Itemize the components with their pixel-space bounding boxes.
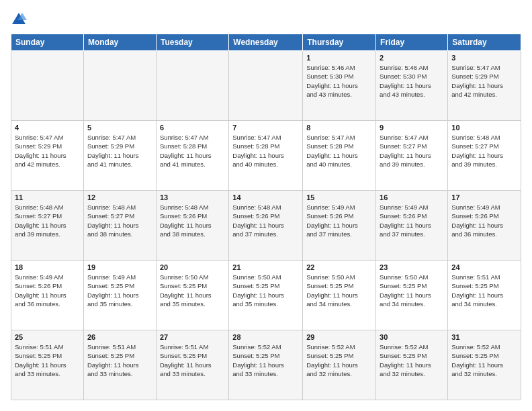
day-detail: Sunrise: 5:47 AM Sunset: 5:29 PM Dayligh… (87, 134, 139, 168)
week-row-5: 25Sunrise: 5:51 AM Sunset: 5:25 PM Dayli… (11, 330, 521, 400)
day-cell-25: 25Sunrise: 5:51 AM Sunset: 5:25 PM Dayli… (11, 330, 84, 400)
day-number: 19 (87, 263, 152, 271)
day-detail: Sunrise: 5:48 AM Sunset: 5:27 PM Dayligh… (87, 203, 139, 238)
day-detail: Sunrise: 5:51 AM Sunset: 5:25 PM Dayligh… (87, 343, 139, 377)
day-cell-6: 6Sunrise: 5:47 AM Sunset: 5:28 PM Daylig… (156, 121, 228, 191)
day-cell-26: 26Sunrise: 5:51 AM Sunset: 5:25 PM Dayli… (83, 330, 156, 400)
day-cell-11: 11Sunrise: 5:48 AM Sunset: 5:27 PM Dayli… (11, 191, 84, 261)
day-number: 12 (87, 193, 152, 201)
day-cell-13: 13Sunrise: 5:48 AM Sunset: 5:26 PM Dayli… (156, 191, 228, 261)
calendar-table: SundayMondayTuesdayWednesdayThursdayFrid… (11, 34, 521, 400)
day-detail: Sunrise: 5:47 AM Sunset: 5:29 PM Dayligh… (451, 64, 503, 98)
day-cell-24: 24Sunrise: 5:51 AM Sunset: 5:25 PM Dayli… (448, 261, 521, 330)
day-number: 22 (306, 263, 372, 271)
empty-cell (83, 51, 156, 121)
day-number: 23 (380, 263, 444, 271)
week-row-3: 11Sunrise: 5:48 AM Sunset: 5:27 PM Dayli… (11, 191, 521, 261)
day-detail: Sunrise: 5:50 AM Sunset: 5:25 PM Dayligh… (306, 273, 358, 308)
day-detail: Sunrise: 5:47 AM Sunset: 5:29 PM Dayligh… (15, 134, 66, 168)
logo (11, 11, 30, 27)
day-number: 20 (160, 263, 225, 271)
day-detail: Sunrise: 5:50 AM Sunset: 5:25 PM Dayligh… (232, 273, 284, 308)
day-number: 26 (87, 333, 152, 341)
day-detail: Sunrise: 5:49 AM Sunset: 5:26 PM Dayligh… (306, 203, 358, 238)
day-detail: Sunrise: 5:47 AM Sunset: 5:27 PM Dayligh… (380, 134, 431, 168)
day-detail: Sunrise: 5:46 AM Sunset: 5:30 PM Dayligh… (306, 64, 358, 98)
day-number: 8 (306, 124, 372, 132)
weekday-header-thursday: Thursday (303, 34, 376, 51)
day-cell-8: 8Sunrise: 5:47 AM Sunset: 5:28 PM Daylig… (303, 121, 376, 191)
day-detail: Sunrise: 5:52 AM Sunset: 5:25 PM Dayligh… (306, 343, 358, 377)
day-number: 27 (160, 333, 225, 341)
day-number: 31 (451, 333, 517, 341)
day-number: 16 (380, 193, 444, 201)
day-detail: Sunrise: 5:51 AM Sunset: 5:25 PM Dayligh… (451, 273, 503, 308)
day-cell-14: 14Sunrise: 5:48 AM Sunset: 5:26 PM Dayli… (229, 191, 303, 261)
week-row-4: 18Sunrise: 5:49 AM Sunset: 5:26 PM Dayli… (11, 261, 521, 330)
day-cell-23: 23Sunrise: 5:50 AM Sunset: 5:25 PM Dayli… (376, 261, 448, 330)
day-detail: Sunrise: 5:49 AM Sunset: 5:26 PM Dayligh… (380, 203, 431, 238)
day-number: 5 (87, 124, 152, 132)
day-detail: Sunrise: 5:46 AM Sunset: 5:30 PM Dayligh… (380, 64, 431, 98)
header (11, 11, 521, 27)
day-number: 9 (380, 124, 444, 132)
day-cell-22: 22Sunrise: 5:50 AM Sunset: 5:25 PM Dayli… (303, 261, 376, 330)
weekday-header-monday: Monday (83, 34, 156, 51)
weekday-header-tuesday: Tuesday (156, 34, 228, 51)
day-cell-20: 20Sunrise: 5:50 AM Sunset: 5:25 PM Dayli… (156, 261, 228, 330)
day-cell-21: 21Sunrise: 5:50 AM Sunset: 5:25 PM Dayli… (229, 261, 303, 330)
day-detail: Sunrise: 5:49 AM Sunset: 5:26 PM Dayligh… (15, 273, 66, 308)
week-row-1: 1Sunrise: 5:46 AM Sunset: 5:30 PM Daylig… (11, 51, 521, 121)
day-cell-27: 27Sunrise: 5:51 AM Sunset: 5:25 PM Dayli… (156, 330, 228, 400)
day-detail: Sunrise: 5:47 AM Sunset: 5:28 PM Dayligh… (306, 134, 358, 168)
logo-icon (11, 11, 27, 27)
week-row-2: 4Sunrise: 5:47 AM Sunset: 5:29 PM Daylig… (11, 121, 521, 191)
page: SundayMondayTuesdayWednesdayThursdayFrid… (0, 0, 532, 411)
day-number: 10 (451, 124, 517, 132)
day-number: 13 (160, 193, 225, 201)
day-cell-16: 16Sunrise: 5:49 AM Sunset: 5:26 PM Dayli… (376, 191, 448, 261)
day-detail: Sunrise: 5:48 AM Sunset: 5:27 PM Dayligh… (15, 203, 66, 238)
day-number: 18 (15, 263, 80, 271)
weekday-header-saturday: Saturday (448, 34, 521, 51)
day-cell-19: 19Sunrise: 5:49 AM Sunset: 5:25 PM Dayli… (83, 261, 156, 330)
day-detail: Sunrise: 5:52 AM Sunset: 5:25 PM Dayligh… (232, 343, 284, 377)
day-cell-30: 30Sunrise: 5:52 AM Sunset: 5:25 PM Dayli… (376, 330, 448, 400)
day-cell-17: 17Sunrise: 5:49 AM Sunset: 5:26 PM Dayli… (448, 191, 521, 261)
day-number: 3 (451, 54, 517, 62)
day-detail: Sunrise: 5:47 AM Sunset: 5:28 PM Dayligh… (160, 134, 212, 168)
weekday-header-friday: Friday (376, 34, 448, 51)
day-cell-31: 31Sunrise: 5:52 AM Sunset: 5:25 PM Dayli… (448, 330, 521, 400)
day-number: 21 (232, 263, 299, 271)
day-number: 29 (306, 333, 372, 341)
weekday-header-sunday: Sunday (11, 34, 84, 51)
day-number: 1 (306, 54, 372, 62)
day-detail: Sunrise: 5:48 AM Sunset: 5:27 PM Dayligh… (451, 134, 503, 168)
empty-cell (229, 51, 303, 121)
day-cell-18: 18Sunrise: 5:49 AM Sunset: 5:26 PM Dayli… (11, 261, 84, 330)
day-cell-2: 2Sunrise: 5:46 AM Sunset: 5:30 PM Daylig… (376, 51, 448, 121)
day-number: 14 (232, 193, 299, 201)
empty-cell (156, 51, 228, 121)
day-detail: Sunrise: 5:48 AM Sunset: 5:26 PM Dayligh… (232, 203, 284, 238)
calendar-header: SundayMondayTuesdayWednesdayThursdayFrid… (11, 34, 521, 51)
day-detail: Sunrise: 5:50 AM Sunset: 5:25 PM Dayligh… (380, 273, 431, 308)
day-cell-1: 1Sunrise: 5:46 AM Sunset: 5:30 PM Daylig… (303, 51, 376, 121)
day-detail: Sunrise: 5:48 AM Sunset: 5:26 PM Dayligh… (160, 203, 212, 238)
day-cell-9: 9Sunrise: 5:47 AM Sunset: 5:27 PM Daylig… (376, 121, 448, 191)
day-cell-12: 12Sunrise: 5:48 AM Sunset: 5:27 PM Dayli… (83, 191, 156, 261)
day-number: 15 (306, 193, 372, 201)
day-detail: Sunrise: 5:49 AM Sunset: 5:26 PM Dayligh… (451, 203, 503, 238)
day-detail: Sunrise: 5:49 AM Sunset: 5:25 PM Dayligh… (87, 273, 139, 308)
day-cell-29: 29Sunrise: 5:52 AM Sunset: 5:25 PM Dayli… (303, 330, 376, 400)
day-cell-7: 7Sunrise: 5:47 AM Sunset: 5:28 PM Daylig… (229, 121, 303, 191)
day-detail: Sunrise: 5:51 AM Sunset: 5:25 PM Dayligh… (15, 343, 66, 377)
day-cell-3: 3Sunrise: 5:47 AM Sunset: 5:29 PM Daylig… (448, 51, 521, 121)
calendar-body: 1Sunrise: 5:46 AM Sunset: 5:30 PM Daylig… (11, 51, 521, 400)
day-number: 11 (15, 193, 80, 201)
day-detail: Sunrise: 5:47 AM Sunset: 5:28 PM Dayligh… (232, 134, 284, 168)
day-detail: Sunrise: 5:52 AM Sunset: 5:25 PM Dayligh… (380, 343, 431, 377)
day-cell-4: 4Sunrise: 5:47 AM Sunset: 5:29 PM Daylig… (11, 121, 84, 191)
day-number: 6 (160, 124, 225, 132)
weekday-row: SundayMondayTuesdayWednesdayThursdayFrid… (11, 34, 521, 51)
